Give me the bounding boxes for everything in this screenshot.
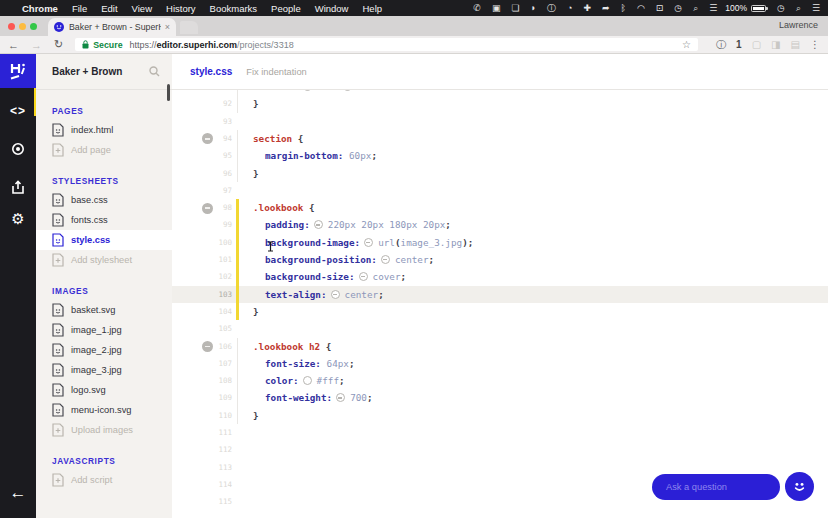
add-item-upload-images[interactable]: Upload images xyxy=(36,420,172,440)
secure-label[interactable]: Secure xyxy=(93,40,122,50)
browser-profile-name[interactable]: Lawrence xyxy=(779,20,818,30)
timer-icon[interactable]: ◔ xyxy=(567,3,572,13)
value-stepper-icon[interactable] xyxy=(359,272,368,281)
file-item-base-css[interactable]: base.css xyxy=(36,190,172,210)
window-close-button[interactable] xyxy=(8,23,15,30)
search-icon[interactable] xyxy=(149,66,160,77)
menu-item-file[interactable]: File xyxy=(72,3,87,14)
code-area[interactable]: 91 92}9394section {95margin-bottom: 60px… xyxy=(172,54,828,518)
notification-menu-icon[interactable]: ☰ xyxy=(709,3,717,13)
handoff-phone-icon[interactable]: ✆ xyxy=(473,3,481,13)
code-line-108[interactable]: 108color:#fff; xyxy=(172,372,828,389)
code-line-107[interactable]: 107font-size: 64px; xyxy=(172,355,828,372)
code-line-103[interactable]: 103text-align:center; xyxy=(172,286,828,303)
display-icon[interactable]: ❏ xyxy=(511,3,519,13)
menu-item-people[interactable]: People xyxy=(271,3,301,14)
add-item-add-stylesheet[interactable]: Add stylesheet xyxy=(36,250,172,270)
extension-icon[interactable]: ◨ xyxy=(771,39,780,50)
menu-item-history[interactable]: History xyxy=(166,3,196,14)
forward-icon[interactable]: → xyxy=(31,39,42,51)
help-smiley-button[interactable] xyxy=(785,472,814,501)
bluetooth-icon[interactable]: ᛒ xyxy=(620,3,625,13)
value-stepper-icon[interactable] xyxy=(381,255,390,264)
browser-menu-icon[interactable]: ⋮ xyxy=(810,39,820,50)
code-editor-icon[interactable]: <> xyxy=(0,96,36,126)
share-icon[interactable]: ➦ xyxy=(602,3,610,13)
file-item-menu-icon-svg[interactable]: menu-icon.svg xyxy=(36,400,172,420)
code-line-95[interactable]: 95margin-bottom: 60px; xyxy=(172,147,828,164)
notification-center-icon[interactable]: ☰ xyxy=(812,3,820,13)
add-item-add-page[interactable]: Add page xyxy=(36,140,172,160)
preview-eye-icon[interactable] xyxy=(0,134,36,164)
file-item-image-2-jpg[interactable]: image_2.jpg xyxy=(36,340,172,360)
value-stepper-icon[interactable] xyxy=(314,220,323,229)
value-stepper-icon[interactable] xyxy=(364,238,373,247)
file-item-fonts-css[interactable]: fonts.css xyxy=(36,210,172,230)
code-line-94[interactable]: 94section { xyxy=(172,130,828,147)
bookmark-star-icon[interactable]: ☆ xyxy=(682,39,691,50)
fix-indentation-button[interactable]: Fix indentation xyxy=(246,67,306,77)
value-stepper-icon[interactable] xyxy=(336,393,345,402)
wifi-icon[interactable]: ◠ xyxy=(637,3,645,13)
code-line-98[interactable]: 98.lookbook { xyxy=(172,199,828,216)
color-swatch-icon[interactable] xyxy=(303,376,312,385)
code-line-99[interactable]: 99padding:220px 20px 180px 20px; xyxy=(172,216,828,233)
open-file-tab[interactable]: style.css xyxy=(190,66,232,77)
superhi-logo[interactable] xyxy=(0,54,36,88)
menu-item-bookmarks[interactable]: Bookmarks xyxy=(210,3,258,14)
spotlight-search-icon[interactable]: ⌕ xyxy=(796,3,801,14)
code-line-100[interactable]: 100background-image:url(image_3.jpg); xyxy=(172,234,828,251)
browser-tab[interactable]: Baker + Brown - SuperHi × xyxy=(48,18,176,36)
value-stepper-icon[interactable] xyxy=(331,290,340,299)
file-item-logo-svg[interactable]: logo.svg xyxy=(36,380,172,400)
clock-icon[interactable]: ◷ xyxy=(674,3,682,13)
file-item-image-3-jpg[interactable]: image_3.jpg xyxy=(36,360,172,380)
code-line-111[interactable]: 111 xyxy=(172,424,828,441)
file-item-style-css[interactable]: style.css xyxy=(36,230,172,250)
file-item-basket-svg[interactable]: basket.svg xyxy=(36,300,172,320)
code-line-93[interactable]: 93 xyxy=(172,113,828,130)
reload-icon[interactable]: ↻ xyxy=(54,38,63,51)
extension-icon[interactable]: ▤ xyxy=(791,39,800,50)
code-line-109[interactable]: 109font-weight:700; xyxy=(172,389,828,406)
code-line-105[interactable]: 105 xyxy=(172,320,828,337)
menu-item-help[interactable]: Help xyxy=(362,3,382,14)
window-zoom-button[interactable] xyxy=(30,23,37,30)
spotlight-search-icon[interactable]: ⌕ xyxy=(693,3,698,13)
code-line-96[interactable]: 96} xyxy=(172,165,828,182)
health-plus-icon[interactable]: ✚ xyxy=(583,3,591,13)
code-line-112[interactable]: 112 xyxy=(172,441,828,458)
code-line-106[interactable]: 106.lookbook h2 { xyxy=(172,338,828,355)
back-icon[interactable]: ← xyxy=(8,39,19,51)
info-extension-icon[interactable]: ⓘ xyxy=(716,38,726,52)
code-line-110[interactable]: 110} xyxy=(172,407,828,424)
info-circle-icon[interactable]: ⓘ xyxy=(547,3,556,13)
code-line-102[interactable]: 102background-size:cover; xyxy=(172,268,828,285)
airplay-display-icon[interactable]: ⊡ xyxy=(656,3,664,13)
clock-icon[interactable]: ◷ xyxy=(777,3,785,13)
add-item-add-script[interactable]: Add script xyxy=(36,470,172,490)
back-arrow-icon[interactable]: ← xyxy=(0,478,36,508)
ask-question-button[interactable]: Ask a question xyxy=(652,474,780,500)
menu-app-name[interactable]: Chrome xyxy=(22,3,58,14)
code-line-92[interactable]: 92} xyxy=(172,95,828,112)
code-line-97[interactable]: 97 xyxy=(172,182,828,199)
window-minimize-button[interactable] xyxy=(19,23,26,30)
new-tab-button[interactable] xyxy=(180,21,198,34)
camera-icon[interactable]: ▣ xyxy=(492,3,501,13)
address-bar[interactable]: Secure https://editor.superhi.com/projec… xyxy=(75,38,698,51)
menu-item-view[interactable]: View xyxy=(132,3,152,14)
share-upload-icon[interactable] xyxy=(0,172,36,202)
file-item-index-html[interactable]: index.html xyxy=(36,120,172,140)
sidebar-scrollbar-thumb[interactable] xyxy=(167,84,170,101)
settings-gear-icon[interactable]: ⚙ xyxy=(0,204,36,234)
menu-item-edit[interactable]: Edit xyxy=(101,3,117,14)
code-line-104[interactable]: 104} xyxy=(172,303,828,320)
url-text[interactable]: https://editor.superhi.com/projects/3318 xyxy=(130,40,294,50)
ink-drop-icon[interactable]: ◗ xyxy=(531,3,536,13)
menu-item-window[interactable]: Window xyxy=(315,3,349,14)
extension-icon[interactable]: ▢ xyxy=(752,39,761,50)
tab-close-icon[interactable]: × xyxy=(165,22,170,32)
file-item-image-1-jpg[interactable]: image_1.jpg xyxy=(36,320,172,340)
onepassword-extension-icon[interactable]: 1 xyxy=(736,39,742,50)
